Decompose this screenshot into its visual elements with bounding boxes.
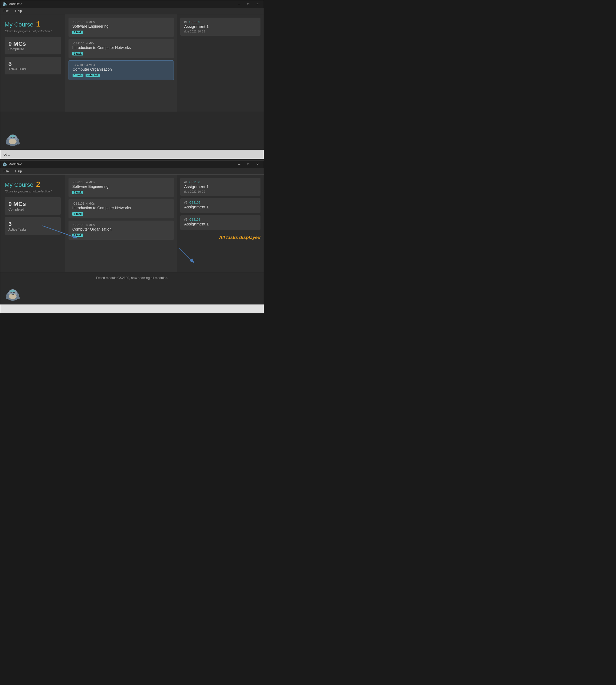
menubar-1: File Help	[0, 8, 264, 14]
task-code-2-1: CS2100	[189, 181, 200, 184]
sidebar-quote-1: "Strive for progress, not perfection."	[5, 29, 61, 33]
task-num-2-1: #1	[184, 181, 188, 184]
cmdline-wrapper-2	[0, 304, 264, 313]
app-content-1: My Course 1 "Strive for progress, not pe…	[0, 14, 264, 112]
module-tag-co-1: 1 task	[72, 74, 83, 77]
sidebar-step-number-2: 2	[36, 180, 40, 189]
maximize-btn-2[interactable]: □	[244, 162, 252, 167]
task-code-2-3: CS2103	[189, 218, 200, 221]
menu-help-2[interactable]: Help	[14, 169, 23, 174]
module-code-se-2: CS2103	[73, 181, 84, 184]
sidebar-tasks-card-2: 3 Active Tasks	[5, 217, 61, 235]
active-tasks-num-1: 3	[8, 60, 57, 67]
sidebar-course-title-2: My Course	[5, 181, 33, 188]
task-name-2-1: Assignment 1	[184, 184, 257, 189]
module-code-row-cn-1: CS2105 4 MCs	[72, 42, 170, 45]
menubar-2: File Help	[0, 168, 264, 175]
cmdline-wrapper-1: cd ..	[0, 150, 264, 159]
module-card-se-1[interactable]: CS2103 4 MCs Software Engineering 1 task	[68, 18, 174, 37]
svg-point-10	[9, 294, 17, 299]
module-tag-cn-1: 1 task	[72, 52, 83, 55]
module-card-se-2[interactable]: CS2103 4 MCs Software Engineering 1 task	[68, 178, 174, 197]
terminal-area-1	[0, 112, 264, 150]
titlebar-2: ⚙️ ModtRekt ─ □ ✕	[0, 160, 264, 168]
menu-file-2[interactable]: File	[2, 169, 10, 174]
module-name-co-2: Computer Organisation	[72, 227, 170, 231]
module-card-co-2[interactable]: CS2100 4 MCs Computer Organisation 1 tas…	[68, 221, 174, 240]
module-tag-cn-2: 1 task	[72, 212, 83, 216]
completed-mcs-2: 0 MCs	[8, 201, 57, 208]
module-code-co-1: CS2100	[74, 63, 85, 67]
menu-help-1[interactable]: Help	[14, 9, 23, 14]
module-mcs-cn-2: 4 MCs	[86, 202, 95, 205]
module-code-row-co-2: CS2100 4 MCs	[72, 223, 170, 227]
window-2: ⚙️ ModtRekt ─ □ ✕ File Help My Course 2 …	[0, 160, 264, 313]
right-panel-1: #1 CS2100 Assignment 1 due 2022-10-29	[177, 14, 264, 112]
titlebar-1: ⚙️ ModtRekt ─ □ ✕	[0, 0, 264, 8]
module-name-se-2: Software Engineering	[72, 184, 170, 189]
module-name-cn-2: Introduction to Computer Networks	[72, 206, 170, 210]
maximize-btn-1[interactable]: □	[244, 1, 252, 7]
cmdline-input-2[interactable]	[1, 305, 263, 313]
module-tag-se-1: 1 task	[72, 30, 83, 34]
task-num-1-1: #1	[184, 20, 188, 24]
task-name-1-1: Assignment 1	[184, 24, 257, 29]
close-btn-1[interactable]: ✕	[254, 1, 262, 7]
sidebar-quote-2: "Strive for progress, not perfection."	[5, 190, 61, 193]
terminal-message-2: Exited module CS2100, now showing all mo…	[5, 275, 259, 280]
menu-file-1[interactable]: File	[2, 9, 10, 14]
sidebar-tasks-card-1: 3 Active Tasks	[5, 57, 61, 74]
active-tasks-label-2: Active Tasks	[8, 228, 57, 231]
module-code-row-co-1: CS2100 4 MCs	[72, 63, 170, 67]
minimize-btn-1[interactable]: ─	[235, 1, 243, 7]
module-card-cn-2[interactable]: CS2105 4 MCs Introduction to Computer Ne…	[68, 199, 174, 219]
module-mcs-se-2: 4 MCs	[86, 181, 95, 184]
module-mcs-co-2: 4 MCs	[86, 223, 95, 227]
module-code-cn-2: CS2105	[73, 202, 84, 205]
sidebar-course-title-1: My Course	[5, 21, 33, 28]
sidebar-completed-card-1: 0 MCs Completed	[5, 37, 61, 54]
sidebar-title-row-1: My Course 1	[5, 20, 61, 28]
sidebar-2: My Course 2 "Strive for progress, not pe…	[0, 175, 65, 272]
task-number-row-2-1: #1 CS2100	[184, 181, 257, 184]
module-tag-se-2: 1 task	[72, 191, 83, 194]
close-btn-2[interactable]: ✕	[254, 162, 262, 167]
task-num-2-3: #3	[184, 218, 188, 221]
completed-label-1: Completed	[8, 47, 57, 51]
task-number-row-1-1: #1 CS2100	[184, 20, 257, 24]
module-tag-selected-co-1: selected	[86, 74, 100, 77]
window-1: ⚙️ ModtRekt ─ □ ✕ File Help My Course 1 …	[0, 0, 264, 159]
module-code-cn-1: CS2105	[73, 42, 84, 45]
all-tasks-annotation: All tasks displayed	[180, 235, 261, 240]
module-card-cn-1[interactable]: CS2105 4 MCs Introduction to Computer Ne…	[68, 39, 174, 58]
app-title-2: ModtRekt	[8, 162, 22, 166]
module-card-co-1[interactable]: CS2100 4 MCs Computer Organisation 1 tas…	[68, 60, 174, 80]
module-tag-co-2: 1 task	[72, 233, 83, 237]
task-card-1-1: #1 CS2100 Assignment 1 due 2022-10-29	[180, 18, 261, 36]
task-due-2-1: due 2022-10-29	[184, 190, 257, 193]
active-tasks-num-2: 3	[8, 221, 57, 228]
completed-label-2: Completed	[8, 208, 57, 211]
module-name-se-1: Software Engineering	[72, 24, 170, 28]
module-name-cn-1: Introduction to Computer Networks	[72, 45, 170, 50]
snorlax-1	[5, 131, 21, 147]
svg-point-4	[17, 142, 20, 144]
module-code-row-se-1: CS2103 4 MCs	[72, 20, 170, 24]
cmdline-input-1[interactable]: cd ..	[1, 150, 263, 158]
app-content-2: My Course 2 "Strive for progress, not pe…	[0, 175, 264, 272]
titlebar-left-1: ⚙️ ModtRekt	[2, 2, 22, 6]
module-mcs-se-1: 4 MCs	[86, 20, 95, 24]
task-number-row-2-3: #3 CS2103	[184, 218, 257, 221]
task-num-2-2: #2	[184, 201, 188, 204]
app-icon-2: ⚙️	[2, 162, 7, 166]
module-mcs-co-1: 4 MCs	[86, 63, 95, 67]
module-mcs-cn-1: 4 MCs	[86, 42, 95, 45]
minimize-btn-2[interactable]: ─	[235, 162, 243, 167]
task-card-2-3: #3 CS2103 Assignment 1	[180, 215, 261, 230]
task-code-2-2: CS2105	[189, 201, 200, 204]
svg-point-12	[17, 297, 20, 299]
task-name-2-2: Assignment 1	[184, 205, 257, 209]
app-title-1: ModtRekt	[8, 2, 22, 6]
module-code-se-1: CS2103	[73, 20, 84, 24]
active-tasks-label-1: Active Tasks	[8, 67, 57, 71]
